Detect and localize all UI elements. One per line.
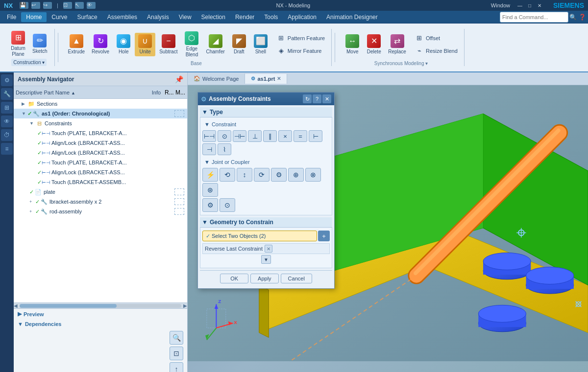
joint-hinge[interactable]: ⟲ [220,168,235,182]
select-cursor-button[interactable]: + [318,231,330,241]
minimize-button[interactable]: — [516,1,524,9]
mirror-feature-button[interactable]: ◈ Mirror Feature [274,45,327,57]
constraint-perp[interactable]: ⊥ [248,130,262,142]
tree-item-touch1[interactable]: ✓ ⊢⊣ Touch (PLATE, LBRACKET-A... [14,128,187,138]
type-section-header[interactable]: ▼ Type [200,107,332,117]
sections-expand[interactable]: ▶ [22,101,27,106]
nav-constraint-icon[interactable]: ⊞ [1,102,13,114]
nav-settings-icon[interactable]: ⚙ [1,74,13,86]
h-scrollbar[interactable]: ◀ ▶ [14,302,187,308]
nav-list-icon[interactable]: ≡ [1,143,13,155]
constraint-angle[interactable]: ⊣ [202,143,216,155]
search-tool[interactable]: 🔍 [170,331,183,345]
constraint-fix[interactable]: × [278,130,292,142]
tree-item-constraints[interactable]: ▼ ⊟ Constraints [14,118,187,128]
search-input[interactable] [500,12,568,23]
constraint-parallel[interactable]: ∥ [263,130,277,142]
menu-animation[interactable]: Animation Designer [321,12,383,22]
revolve-button[interactable]: ↻ Revolve [89,33,112,56]
constraint-touch[interactable]: ⊢⊣ [202,130,216,142]
tab-welcome[interactable]: 🏠 Welcome Page [188,73,245,84]
constraint-equal[interactable]: = [294,130,307,142]
draft-button[interactable]: ◤ Draft [229,33,249,56]
tree-item-touch2[interactable]: ✓ ⊢⊣ Touch (PLATE, LBRACKET-A... [14,158,187,167]
constraint-distance[interactable]: ⊣⊢ [233,130,246,142]
sort-icon[interactable]: ▲ [71,91,75,95]
joint-screw[interactable]: ⊗ [305,168,321,182]
reverse-x-button[interactable]: ✕ [265,245,272,253]
toolbar-icon-select[interactable]: ↖ [75,2,84,9]
tree-item-sections[interactable]: ▶ 📁 Sections [14,99,187,109]
menu-curve[interactable]: Curve [47,12,72,22]
menu-view[interactable]: View [174,12,196,22]
menu-analysis[interactable]: Analysis [142,12,174,22]
rod-expand[interactable]: + [29,209,35,214]
apply-button[interactable]: Apply [250,274,279,283]
menu-tools[interactable]: Tools [259,12,283,22]
expand-more-button[interactable]: ▼ [261,255,271,264]
tree-item-alignlock3[interactable]: ✓ ⊢⊣ Align/Lock (LBRACKET-ASS... [14,167,187,177]
extrude-button[interactable]: ▲ Extrude [65,33,88,56]
hole-button[interactable]: ◉ Hole [113,33,134,56]
joint-rack[interactable]: ⊕ [288,168,304,182]
joint-extra2[interactable]: ⊙ [220,198,235,212]
joint-rigid[interactable]: ⚡ [202,168,218,182]
replace-button[interactable]: ⇄ Replace [385,33,409,56]
preview-section[interactable]: ▶ Preview [14,309,187,319]
lbracket-expand[interactable]: + [29,199,35,204]
sketch-button[interactable]: ✏ Sketch [29,32,50,56]
tree-item-as1[interactable]: ▼ ✓ 🔧 as1 (Order: Chronological) [14,109,187,118]
dialog-close-button[interactable]: ✕ [322,94,331,103]
scroll-thumb[interactable] [20,304,117,308]
nav-clock-icon[interactable]: ⏱ [1,129,13,141]
menu-surface[interactable]: Surface [72,12,102,22]
toolbar-icon-redo[interactable]: ↪ [43,2,52,9]
up-tool[interactable]: ↑ [170,362,183,372]
search-icon[interactable]: 🔍 [569,14,577,21]
offset-button[interactable]: ⊞ Offset [412,32,460,44]
toolbar-icon-save[interactable]: 💾 [20,2,28,9]
select-field[interactable]: ✓ Select Two Objects (2) [202,231,317,241]
dependencies-section[interactable]: ▼ Dependencies [14,319,187,329]
assembly-tab-close[interactable]: ✕ [277,76,281,81]
tree-item-plate[interactable]: ✓ 📄 plate [14,187,187,197]
joint-subsection-header[interactable]: ▼ Joint or Coupler [202,158,330,166]
as1-expand[interactable]: ▼ [22,111,27,116]
geometry-section-header[interactable]: ▼ Geometry to Constrain [200,217,332,228]
joint-extra1[interactable]: ⚙ [202,198,218,212]
dialog-refresh-button[interactable]: ↻ [303,94,312,103]
edge-blend-button[interactable]: ⬡ EdgeBlend [181,30,202,59]
menu-assemblies[interactable]: Assemblies [102,12,142,22]
window-menu-label[interactable]: Window [491,2,510,8]
delete-button[interactable]: ✕ Delete [364,33,384,56]
panel-pin-button[interactable]: 📌 [175,75,183,83]
cancel-button[interactable]: Cancel [281,274,312,283]
joint-universal[interactable]: ⊛ [202,183,218,197]
resize-blend-button[interactable]: ⌁ Resize Blend [412,45,460,57]
joint-gear[interactable]: ⚙ [271,168,287,182]
joint-cylindrical[interactable]: ⟳ [254,168,270,182]
menu-render[interactable]: Render [230,12,259,22]
nav-view-icon[interactable]: 👁 [1,116,13,127]
toolbar-icon-undo[interactable]: ↩ [31,2,40,9]
ok-button[interactable]: OK [220,274,248,283]
chamfer-button[interactable]: ◢ Chamfer [203,33,227,56]
dialog-help-button[interactable]: ? [313,94,321,103]
menu-selection[interactable]: Selection [196,12,230,22]
toolbar-icon-snap[interactable]: ⊡ [63,2,72,9]
tree-item-alignlock1[interactable]: ✓ ⊢⊣ Align/Lock (LBRACKET-ASS... [14,138,187,148]
joint-slider[interactable]: ↕ [237,168,252,182]
tab-assembly[interactable]: ⚙ as1.prt ✕ [245,74,287,84]
scroll-left[interactable]: ◀ [14,303,18,308]
datum-plane-button[interactable]: ⊞ DatumPlane [8,29,28,59]
tree-item-rod[interactable]: + ✓ 🔧 rod-assembly [14,207,187,216]
constraint-bond[interactable]: ⌇ [218,143,231,155]
constraints-expand[interactable]: ▼ [29,121,35,126]
move-button[interactable]: ↔ Move [342,33,363,56]
shell-button[interactable]: ⬜ Shell [250,33,271,56]
tree-item-lbracket[interactable]: + ✓ 🔧 lbracket-assembly x 2 [14,197,187,207]
pattern-feature-button[interactable]: ⊞ Pattern Feature [274,32,327,44]
help-icon[interactable]: ❓ [579,14,586,21]
toolbar-icon-view[interactable]: 👁 [87,2,96,9]
nav-assembly-icon[interactable]: 🔧 [1,88,13,100]
